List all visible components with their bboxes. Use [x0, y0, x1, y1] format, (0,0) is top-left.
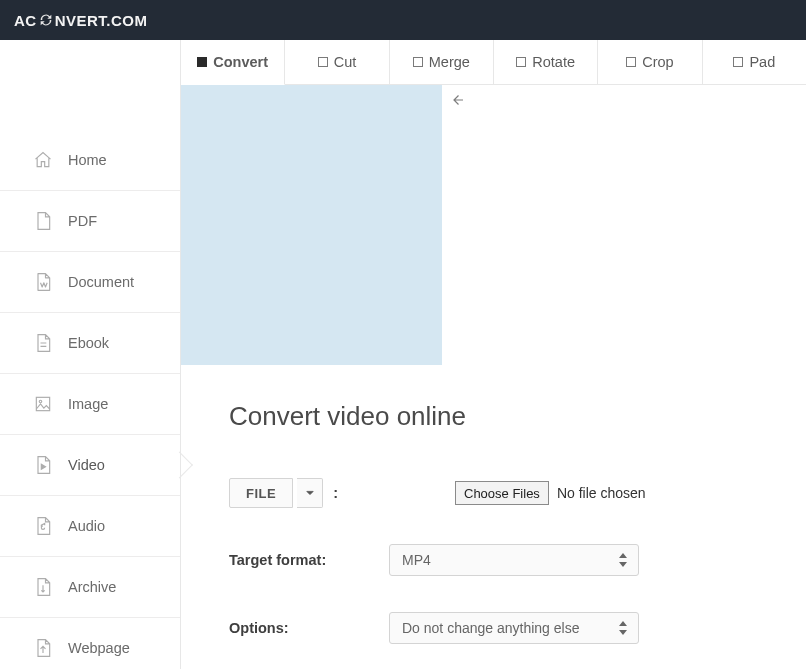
pdf-icon: [32, 210, 54, 232]
file-source-button[interactable]: FILE: [229, 478, 293, 508]
select-value: Do not change anything else: [402, 620, 579, 636]
tab-label: Rotate: [532, 54, 575, 70]
sidebar-item-label: Image: [68, 396, 108, 412]
svg-rect-0: [36, 397, 49, 410]
content: Convert Cut Merge Rotate Crop Pad Conver…: [180, 40, 806, 669]
sidebar-item-audio[interactable]: Audio: [0, 496, 180, 557]
arrow-left-icon[interactable]: [448, 91, 466, 109]
archive-icon: [32, 576, 54, 598]
square-icon: [626, 57, 636, 67]
sidebar-item-label: Webpage: [68, 640, 130, 656]
sidebar-item-image[interactable]: Image: [0, 374, 180, 435]
sidebar-item-pdf[interactable]: PDF: [0, 191, 180, 252]
colon: :: [333, 485, 338, 501]
options-label: Options:: [229, 620, 389, 636]
square-icon: [733, 57, 743, 67]
tab-crop[interactable]: Crop: [598, 40, 702, 85]
sidebar-item-archive[interactable]: Archive: [0, 557, 180, 618]
logo-text-pre: AC: [14, 12, 37, 29]
no-file-label: No file chosen: [557, 485, 646, 501]
row-file: FILE : Choose Files No file chosen: [229, 478, 806, 508]
sidebar: Home PDF Document Ebook Image Video Audi…: [0, 40, 180, 669]
tab-label: Convert: [213, 54, 268, 70]
video-icon: [32, 454, 54, 476]
updown-icon: [618, 621, 628, 635]
sidebar-item-label: Ebook: [68, 335, 109, 351]
tab-pad[interactable]: Pad: [703, 40, 806, 85]
logo-text-post: NVERT.COM: [55, 12, 148, 29]
sidebar-item-label: PDF: [68, 213, 97, 229]
sidebar-item-label: Home: [68, 152, 107, 168]
audio-icon: [32, 515, 54, 537]
target-format-label: Target format:: [229, 552, 389, 568]
tab-label: Crop: [642, 54, 673, 70]
webpage-icon: [32, 637, 54, 659]
sidebar-item-ebook[interactable]: Ebook: [0, 313, 180, 374]
row-target-format: Target format: MP4: [229, 544, 806, 576]
sidebar-item-label: Video: [68, 457, 105, 473]
tab-convert[interactable]: Convert: [181, 40, 285, 85]
square-icon: [318, 57, 328, 67]
tab-rotate[interactable]: Rotate: [494, 40, 598, 85]
tab-cut[interactable]: Cut: [285, 40, 389, 85]
image-icon: [32, 393, 54, 415]
topbar: AC NVERT.COM: [0, 0, 806, 40]
options-select[interactable]: Do not change anything else: [389, 612, 639, 644]
site-logo[interactable]: AC NVERT.COM: [14, 12, 148, 29]
sidebar-item-label: Archive: [68, 579, 116, 595]
row-options: Options: Do not change anything else: [229, 612, 806, 644]
tab-label: Pad: [749, 54, 775, 70]
choose-files-button[interactable]: Choose Files: [455, 481, 549, 505]
refresh-icon: [38, 12, 54, 28]
tab-label: Cut: [334, 54, 357, 70]
sidebar-item-home[interactable]: Home: [0, 130, 180, 191]
ad-placeholder: [181, 85, 442, 365]
select-value: MP4: [402, 552, 431, 568]
page-title: Convert video online: [229, 401, 806, 432]
file-source-dropdown[interactable]: [297, 478, 323, 508]
sidebar-item-label: Audio: [68, 518, 105, 534]
sidebar-item-document[interactable]: Document: [0, 252, 180, 313]
sidebar-item-video[interactable]: Video: [0, 435, 180, 496]
target-format-select[interactable]: MP4: [389, 544, 639, 576]
square-icon: [413, 57, 423, 67]
square-icon: [516, 57, 526, 67]
home-icon: [32, 149, 54, 171]
document-icon: [32, 271, 54, 293]
tab-merge[interactable]: Merge: [390, 40, 494, 85]
svg-point-1: [39, 400, 42, 403]
sidebar-item-label: Document: [68, 274, 134, 290]
square-icon: [197, 57, 207, 67]
tabs: Convert Cut Merge Rotate Crop Pad: [181, 40, 806, 85]
tab-label: Merge: [429, 54, 470, 70]
sidebar-item-webpage[interactable]: Webpage: [0, 618, 180, 669]
updown-icon: [618, 553, 628, 567]
ebook-icon: [32, 332, 54, 354]
